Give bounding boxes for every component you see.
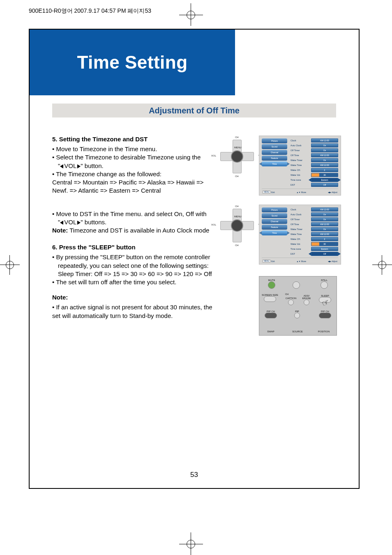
- osd-tab: Channel: [262, 219, 287, 224]
- registration-mark-left: [0, 255, 20, 275]
- osd-row: Wake CH.2: [291, 168, 338, 172]
- vol-label: VOL: [64, 162, 76, 169]
- dpad-menu: MENU: [234, 146, 242, 149]
- osd-row: Off TimeAM 12:00: [291, 153, 338, 157]
- osd-value: AM 12:00: [311, 222, 338, 226]
- osd-row: Off TimerOn: [291, 148, 338, 152]
- dpad-ch-up: CH: [235, 205, 239, 207]
- osd-key: Auto Clock: [291, 144, 311, 147]
- remote-mute: MUTE: [263, 279, 280, 289]
- osd-key: Time zone: [291, 179, 311, 181]
- osd-value: On: [311, 148, 338, 152]
- osd-tab: Channel: [262, 150, 287, 155]
- osd-row: Wake CH.2: [291, 237, 338, 241]
- osd-row: Wake TimerOn: [291, 158, 338, 162]
- osd-tab: Picture: [262, 138, 287, 143]
- osd-value: On: [311, 227, 338, 231]
- osd-row: Off TimerOn: [291, 217, 338, 221]
- osd-row: Wake TimeAM 12:00: [291, 232, 338, 236]
- registration-mark-right: [372, 255, 392, 275]
- osd-key: Wake Timer: [291, 159, 311, 161]
- osd-value: AM 12:00: [311, 138, 338, 143]
- osd-tab: Time: [262, 161, 287, 166]
- osd-key: Wake Time: [291, 233, 311, 235]
- section-heading: Adjustment of Off Time: [149, 106, 240, 115]
- osd-value: On: [311, 212, 338, 216]
- osd-value: Eastern: [311, 247, 338, 251]
- osd-value: AM 12:00: [311, 163, 338, 167]
- remote-swap: SWAP: [263, 330, 279, 333]
- osd-row: Wake Vol.30: [291, 242, 338, 246]
- osd-key: Wake Timer: [291, 228, 311, 230]
- osd-tab: Time: [262, 230, 287, 235]
- quote-close: " button.: [81, 162, 103, 169]
- osd-value: On: [311, 217, 338, 221]
- osd-key: Wake Vol.: [291, 174, 311, 176]
- osd-key: Off Time: [291, 223, 311, 226]
- dpad-ch-down: CH: [235, 244, 239, 246]
- remote-pip: PIP: [289, 310, 305, 318]
- arrow-left-icon: [60, 164, 63, 168]
- note-label: Note:: [52, 227, 68, 234]
- figure-osd-timezone: PictureSoundChannelFeatureTimeClockAM 12…: [259, 136, 341, 196]
- osd-tab: Feature: [262, 225, 287, 230]
- content-frame: Time Setting Adjustment of Off Time 5. S…: [29, 29, 360, 489]
- osd-value: 30: [311, 242, 338, 246]
- osd-key: DST: [291, 184, 311, 186]
- remote-caption: CAPTION: [285, 297, 297, 305]
- osd-key: Off Timer: [291, 218, 311, 221]
- osd-value: Off: [311, 252, 338, 256]
- print-header: 900E110-R0영어 2007.9.17 04:57 PM 페이지53: [29, 7, 151, 15]
- osd-value: On: [311, 143, 338, 147]
- osd-row: ClockAM 12:00: [291, 207, 338, 212]
- dpad-ch-up: CH: [235, 136, 239, 138]
- osd-row: Wake Vol.30: [291, 173, 338, 177]
- page: 900E110-R0영어 2007.9.17 04:57 PM 페이지53 Ti…: [0, 0, 392, 555]
- osd-row: Off TimeAM 12:00: [291, 222, 338, 226]
- dpad-vol-left: VOL: [211, 223, 216, 226]
- osd-key: Wake CH.: [291, 238, 311, 240]
- osd-key: Clock: [291, 139, 311, 142]
- note-text: Timezone and DST is available in Auto Cl…: [68, 227, 209, 234]
- figure-osd-dst: PictureSoundChannelFeatureTimeClockAM 12…: [259, 205, 341, 265]
- page-title: Time Setting: [77, 52, 187, 73]
- osd-row: Time zoneEastern: [291, 178, 338, 182]
- osd-value: 2: [311, 237, 338, 241]
- figure-dpad-2: CH CH VOL VOL MENU: [218, 206, 257, 245]
- osd-tab: Feature: [262, 156, 287, 161]
- registration-mark-bottom: [177, 532, 205, 555]
- registration-mark-top: [177, 3, 205, 26]
- remote-position: POSITION: [314, 330, 334, 333]
- osd-key: Wake CH.: [291, 169, 311, 171]
- figure-dpad-1: CH CH VOL VOL MENU: [218, 137, 257, 176]
- osd-value: 30: [311, 173, 338, 177]
- osd-key: DST: [291, 253, 311, 255]
- vol-label: VOL: [64, 219, 76, 226]
- osd-row: ClockAM 12:00: [291, 138, 338, 143]
- osd-key: Time zone: [291, 248, 311, 250]
- osd-tab: Picture: [262, 207, 287, 212]
- osd-key: Clock: [291, 208, 311, 211]
- osd-row: Time zoneEastern: [291, 247, 338, 251]
- dpad-menu: MENU: [234, 215, 242, 218]
- osd-row: DSTOff: [291, 183, 338, 187]
- osd-key: Wake Time: [291, 164, 311, 166]
- page-number: 53: [30, 471, 359, 479]
- osd-footer: MENU Exit▲▼ Move◀▶ Adjust: [262, 189, 338, 193]
- osd-footer: MENU Exit▲▼ Move◀▶ Adjust: [262, 258, 338, 263]
- remote-pip-ch-left: PIP CH: [263, 310, 279, 318]
- dpad-ch-down: CH: [235, 175, 239, 177]
- osd-row: Auto ClockOn: [291, 143, 338, 147]
- osd-key: Off Time: [291, 154, 311, 157]
- osd-tab: Sound: [262, 144, 287, 149]
- dpad-vol-left: VOL: [211, 154, 216, 157]
- osd-key: Auto Clock: [291, 213, 311, 216]
- remote-ch-up: [288, 281, 304, 289]
- remote-pip-ch-right: PIP CH: [317, 310, 333, 318]
- osd-key: Off Timer: [291, 149, 311, 152]
- osd-tab: Sound: [262, 213, 287, 218]
- osd-row: Auto ClockOn: [291, 212, 338, 216]
- osd-value: AM 12:00: [311, 207, 338, 212]
- osd-value: AM 12:00: [311, 153, 338, 157]
- osd-value: On: [311, 158, 338, 162]
